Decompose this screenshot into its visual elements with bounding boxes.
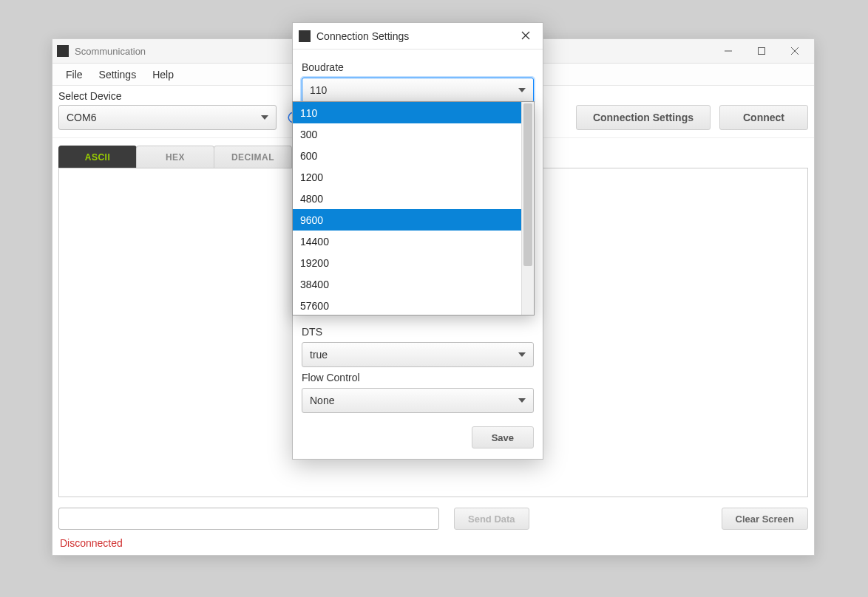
baudrate-option[interactable]: 4800 (293, 188, 521, 209)
baudrate-option[interactable]: 600 (293, 145, 521, 166)
chevron-down-icon (518, 352, 526, 357)
tab-decimal[interactable]: DECIMAL (214, 146, 292, 168)
connection-settings-button[interactable]: Connection Settings (576, 105, 711, 130)
tab-decimal-label: DECIMAL (231, 152, 274, 163)
tab-ascii-label: ASCII (85, 152, 111, 163)
connect-label: Connect (743, 112, 784, 123)
dts-select[interactable]: true (302, 342, 534, 367)
flow-control-select[interactable]: None (302, 388, 534, 413)
clear-screen-label: Clear Screen (736, 514, 795, 525)
baudrate-option[interactable]: 19200 (293, 252, 521, 273)
dialog-icon (299, 30, 311, 42)
baudrate-option[interactable]: 9600 (293, 209, 521, 231)
device-select-value: COM6 (67, 112, 96, 123)
dts-value: true (310, 349, 328, 361)
baudrate-option[interactable]: 38400 (293, 273, 521, 295)
save-button-label: Save (492, 432, 514, 443)
maximize-button[interactable] (745, 40, 778, 62)
menu-file[interactable]: File (66, 69, 83, 81)
baudrate-option[interactable]: 1200 (293, 166, 521, 188)
baudrate-label: Boudrate (302, 61, 534, 73)
send-button[interactable]: Send Data (454, 508, 529, 530)
minimize-button[interactable] (711, 40, 745, 62)
baudrate-option[interactable]: 300 (293, 123, 521, 145)
connection-settings-label: Connection Settings (593, 112, 694, 123)
bottom-bar: Send Data Clear Screen (52, 505, 814, 536)
baudrate-option[interactable]: 110 (293, 102, 521, 123)
baudrate-option[interactable]: 57600 (293, 295, 521, 315)
dts-label: DTS (302, 326, 534, 338)
tab-hex[interactable]: HEX (136, 146, 214, 168)
dropdown-scrollbar[interactable] (521, 102, 534, 315)
chevron-down-icon (518, 398, 526, 403)
close-button[interactable] (778, 40, 811, 62)
tab-hex-label: HEX (166, 152, 185, 163)
dialog-title: Connection Settings (316, 30, 409, 42)
menu-help[interactable]: Help (152, 69, 174, 81)
baudrate-value: 110 (310, 84, 327, 96)
svg-rect-1 (758, 48, 764, 55)
app-title: Scommunication (75, 46, 146, 57)
flow-control-value: None (310, 395, 334, 406)
dialog-titlebar: Connection Settings (293, 23, 543, 50)
baudrate-select[interactable]: 110 (302, 78, 534, 103)
dialog-close-button[interactable] (515, 30, 537, 43)
scrollbar-thumb[interactable] (523, 103, 532, 266)
chevron-down-icon (518, 88, 526, 92)
save-button[interactable]: Save (472, 426, 534, 448)
clear-screen-button[interactable]: Clear Screen (722, 508, 809, 530)
chevron-down-icon (261, 115, 268, 120)
baudrate-option[interactable]: 14400 (293, 231, 521, 252)
connect-button[interactable]: Connect (719, 105, 808, 130)
select-device-label: Select Device (58, 90, 277, 102)
app-icon (57, 45, 69, 57)
baudrate-dropdown: 1103006001200480096001440019200384005760… (292, 101, 535, 315)
menu-settings[interactable]: Settings (99, 69, 137, 81)
status-text: Disconnected (52, 536, 814, 555)
tab-ascii[interactable]: ASCII (58, 146, 137, 168)
send-input[interactable] (58, 508, 439, 530)
device-select[interactable]: COM6 (58, 105, 277, 130)
send-button-label: Send Data (468, 514, 515, 525)
flow-control-label: Flow Control (302, 372, 534, 383)
